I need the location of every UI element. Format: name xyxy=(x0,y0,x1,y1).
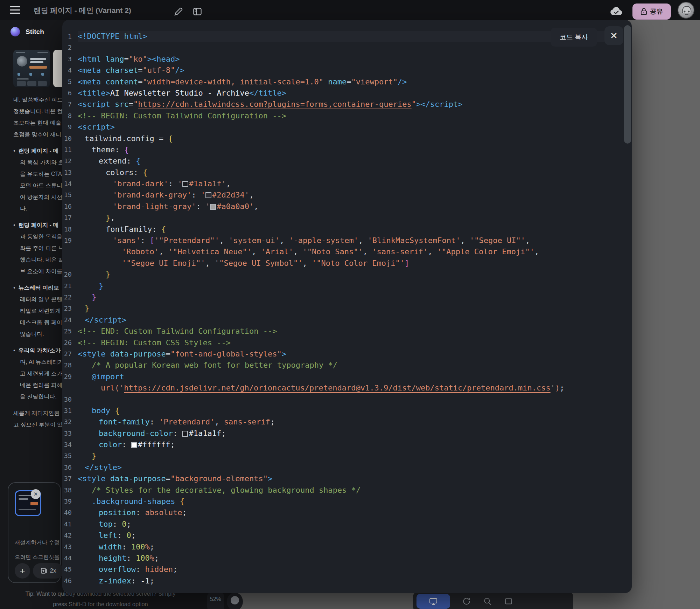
code-line: 'Roboto', '"Helvetica Neue"', 'Arial', '… xyxy=(62,246,620,257)
code-line: 45overflow: hidden; xyxy=(62,564,620,575)
code-line: 16'brand-light-gray': '#a0a0a0', xyxy=(62,201,620,212)
code-line: 23} xyxy=(62,303,620,314)
line-number: 3 xyxy=(62,54,72,65)
stitch-logo-icon xyxy=(10,27,20,36)
line-number: 13 xyxy=(62,167,72,178)
code-line: 22} xyxy=(62,292,620,303)
edit-pencil-icon[interactable] xyxy=(173,6,184,17)
line-number: 21 xyxy=(62,281,72,292)
code-line: 14'brand-dark': '#1a1a1f', xyxy=(62,178,620,189)
color-swatch xyxy=(182,431,188,437)
line-number: 14 xyxy=(62,178,72,189)
menu-icon[interactable] xyxy=(10,6,20,14)
code-line: 37<style data-purpose="background-elemen… xyxy=(62,473,620,484)
line-number: 19 xyxy=(62,235,72,246)
code-line: 28/* A popular Korean web font for bette… xyxy=(62,360,620,371)
line-number xyxy=(62,246,72,257)
line-number: 35 xyxy=(62,450,72,462)
copy-code-button[interactable]: 코드 복사 xyxy=(551,28,597,47)
line-number: 31 xyxy=(62,405,72,416)
color-swatch xyxy=(182,181,188,187)
line-number: 27 xyxy=(62,348,72,360)
line-number: 9 xyxy=(62,122,72,133)
line-number: 42 xyxy=(62,530,72,541)
line-number: 26 xyxy=(62,337,72,348)
code-line: 26<!-- BEGIN: Custom CSS Styles --> xyxy=(62,337,620,348)
cloud-saved-icon xyxy=(610,7,623,16)
line-number: 22 xyxy=(62,292,72,303)
assistant-icon xyxy=(231,596,239,604)
fit-screen-icon[interactable] xyxy=(504,597,513,606)
resolution-label: 2x xyxy=(50,567,56,574)
zoom-level-control[interactable]: 52% xyxy=(207,593,224,609)
line-number: 2 xyxy=(62,42,72,53)
line-number xyxy=(62,382,72,394)
code-line: 20} xyxy=(62,269,620,280)
desktop-view-button[interactable] xyxy=(416,594,450,609)
color-swatch xyxy=(205,192,211,198)
code-line: url('https://cdn.jsdelivr.net/gh/orionca… xyxy=(62,382,620,394)
line-number: 37 xyxy=(62,473,72,484)
code-line: 15'brand-dark-gray': '#2d2d34', xyxy=(62,189,620,201)
line-number: 38 xyxy=(62,485,72,496)
code-line: 9<script> xyxy=(62,122,620,133)
line-number: 7 xyxy=(62,99,72,110)
resolution-toggle-button[interactable]: 2x xyxy=(33,563,64,579)
line-number: 24 xyxy=(62,314,72,326)
line-number: 40 xyxy=(62,507,72,518)
code-line: 32font-family: 'Pretendard', sans-serif; xyxy=(62,416,620,428)
code-line: 8<!-- BEGIN: Custom Tailwind Configurati… xyxy=(62,110,620,122)
share-button-label: 공유 xyxy=(650,7,663,16)
code-line: 43width: 100%; xyxy=(62,541,620,553)
lock-icon xyxy=(640,8,647,15)
code-line: 46z-index: -1; xyxy=(62,575,620,587)
app-header: Stitch xyxy=(10,27,44,36)
zoom-search-icon[interactable] xyxy=(483,597,492,606)
line-number: 6 xyxy=(62,88,72,99)
layout-panel-icon[interactable] xyxy=(192,6,203,17)
refresh-icon[interactable] xyxy=(462,597,471,606)
code-line: 10tailwind.config = { xyxy=(62,133,620,144)
code-line: 18fontFamily: { xyxy=(62,224,620,235)
line-number: 23 xyxy=(62,303,72,314)
code-line: 1<!DOCTYPE html> xyxy=(62,31,620,42)
line-number: 41 xyxy=(62,519,72,530)
code-line: 42left: 0; xyxy=(62,530,620,541)
tip-text-line2: press Shift-D for the download option xyxy=(9,601,191,608)
code-line: 7<script src="https://cdn.tailwindcss.co… xyxy=(62,99,620,110)
line-number: 28 xyxy=(62,360,72,371)
assistant-button[interactable] xyxy=(227,593,243,609)
prompt-input-box[interactable]: ✕ 재설계하거나 수정 으려면 스크린샷을 + 2x xyxy=(8,482,61,583)
code-line: 44height: 100%; xyxy=(62,553,620,564)
line-number: 4 xyxy=(62,65,72,76)
code-line: 21} xyxy=(62,281,620,292)
code-scrollbar-thumb[interactable] xyxy=(624,25,631,144)
code-line: 3<html lang="ko"><head> xyxy=(62,54,620,65)
viewport-toolbar xyxy=(413,592,573,609)
color-swatch xyxy=(131,442,137,448)
code-editor[interactable]: 1<!DOCTYPE html>23<html lang="ko"><head>… xyxy=(62,31,620,587)
close-icon[interactable]: ✕ xyxy=(604,26,623,45)
code-line: 11theme: { xyxy=(62,144,620,155)
user-avatar[interactable] xyxy=(678,2,694,19)
code-line: 30 xyxy=(62,394,620,405)
line-number: 34 xyxy=(62,439,72,450)
add-attachment-button[interactable]: + xyxy=(15,563,30,579)
share-button[interactable]: 공유 xyxy=(632,4,671,20)
code-viewer-modal: 코드 복사 ✕ 1<!DOCTYPE html>23<html lang="ko… xyxy=(62,20,632,593)
line-number: 45 xyxy=(62,564,72,575)
scale-icon xyxy=(41,567,48,574)
code-line: 38/* Styles for the decorative, glowing … xyxy=(62,485,620,496)
top-bar: 랜딩 페이지 - 메인 (Variant 2) 공유 xyxy=(0,0,700,20)
line-number: 25 xyxy=(62,326,72,337)
code-line: 17}, xyxy=(62,212,620,223)
line-number xyxy=(62,258,72,269)
document-title: 랜딩 페이지 - 메인 (Variant 2) xyxy=(34,6,131,15)
code-line: 33background-color: #1a1a1f; xyxy=(62,428,620,439)
remove-attachment-icon[interactable]: ✕ xyxy=(31,489,41,499)
code-line: 24</script> xyxy=(62,314,620,326)
line-number: 18 xyxy=(62,224,72,235)
code-line: 4<meta charset="utf-8"/> xyxy=(62,65,620,76)
design-thumbnail-dark[interactable] xyxy=(13,50,50,87)
color-swatch xyxy=(210,204,216,210)
